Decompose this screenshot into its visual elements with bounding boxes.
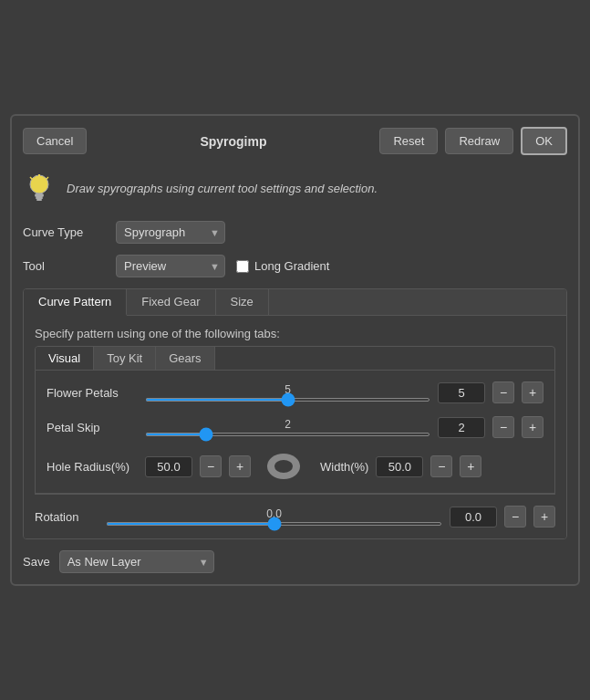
toolbar: Cancel Spyrogimp Reset Redraw OK [23, 127, 567, 155]
flower-petals-decrement[interactable]: − [492, 381, 514, 403]
rotation-slider[interactable] [106, 522, 442, 526]
main-dialog: Cancel Spyrogimp Reset Redraw OK Draw sp… [10, 114, 580, 586]
tool-label: Tool [23, 259, 105, 273]
flower-petals-increment[interactable]: + [522, 381, 543, 403]
curve-type-select[interactable]: Spyrograph Epitrochoid Sine Lissajous [116, 221, 225, 244]
save-select-wrap: As New Layer In Place (Flatten) New Imag… [59, 550, 214, 573]
rotation-slider-wrap: 0.0 [106, 507, 442, 526]
curve-type-row: Curve Type Spyrograph Epitrochoid Sine L… [23, 221, 567, 244]
petal-skip-slider[interactable] [145, 433, 430, 436]
width-increment[interactable]: + [460, 455, 481, 477]
svg-rect-1 [35, 193, 44, 197]
rotation-section: Rotation 0.0 − + [35, 494, 555, 528]
rotation-increment[interactable]: + [533, 506, 555, 528]
curve-type-label: Curve Type [23, 225, 105, 239]
tab-gears[interactable]: Gears [156, 347, 214, 370]
info-bar: Draw spyrographs using current tool sett… [23, 166, 567, 210]
flower-petals-label: Flower Petals [47, 386, 138, 400]
svg-point-9 [274, 460, 293, 473]
rotation-decrement[interactable]: − [504, 506, 526, 528]
svg-line-6 [47, 177, 49, 180]
hole-radius-input[interactable] [145, 456, 192, 477]
petal-skip-label: Petal Skip [47, 421, 138, 434]
width-decrement[interactable]: − [430, 455, 452, 477]
petal-skip-input[interactable] [438, 417, 485, 438]
tab-fixed-gear[interactable]: Fixed Gear [127, 289, 215, 315]
specify-text: Specify pattern using one of the followi… [35, 327, 555, 340]
hole-radius-decrement[interactable]: − [200, 455, 222, 477]
tab-visual[interactable]: Visual [36, 347, 94, 370]
long-gradient-label: Long Gradient [254, 259, 329, 273]
hole-radius-increment[interactable]: + [229, 455, 251, 477]
petal-skip-row: Petal Skip 2 − + [47, 416, 543, 438]
save-row: Save As New Layer In Place (Flatten) New… [23, 550, 567, 573]
svg-rect-2 [36, 197, 43, 199]
inner-tab-content: Flower Petals 5 − + Petal Skip 2 [35, 371, 555, 494]
hole-preview [264, 451, 304, 482]
flower-petals-row: Flower Petals 5 − + [47, 381, 543, 403]
bulb-icon [23, 170, 56, 206]
svg-line-5 [30, 177, 33, 180]
reset-button[interactable]: Reset [379, 128, 438, 154]
tool-select[interactable]: Preview Paint Pencil [116, 255, 225, 277]
long-gradient-row: Long Gradient [236, 259, 329, 273]
hole-radius-row: Hole Radius(%) − + [47, 451, 543, 482]
outer-tab-panel: Curve Pattern Fixed Gear Size Specify pa… [23, 288, 567, 539]
outer-tab-content: Specify pattern using one of the followi… [24, 316, 566, 538]
redraw-button[interactable]: Redraw [445, 128, 513, 154]
tab-curve-pattern[interactable]: Curve Pattern [24, 289, 127, 316]
tool-select-wrap: Preview Paint Pencil ▼ [116, 255, 225, 277]
rotation-input[interactable] [450, 507, 497, 528]
width-input[interactable] [376, 456, 423, 477]
cancel-button[interactable]: Cancel [23, 128, 87, 154]
petal-skip-increment[interactable]: + [522, 416, 543, 438]
rotation-label: Rotation [35, 510, 98, 524]
dialog-title: Spyrogimp [94, 134, 372, 149]
outer-tab-bar: Curve Pattern Fixed Gear Size [24, 289, 566, 316]
info-text: Draw spyrographs using current tool sett… [67, 182, 378, 195]
tool-row: Tool Preview Paint Pencil ▼ Long Gradien… [23, 255, 567, 277]
long-gradient-checkbox[interactable] [236, 260, 249, 273]
petal-skip-decrement[interactable]: − [492, 416, 514, 438]
rotation-row: Rotation 0.0 − + [35, 506, 555, 528]
flower-petals-input[interactable] [438, 382, 485, 403]
flower-petals-slider[interactable] [145, 398, 430, 402]
curve-type-select-wrap: Spyrograph Epitrochoid Sine Lissajous ▼ [116, 221, 225, 244]
petal-skip-slider-wrap: 2 [145, 418, 430, 436]
tab-toy-kit[interactable]: Toy Kit [94, 347, 156, 370]
svg-point-0 [30, 175, 48, 193]
save-label: Save [23, 555, 50, 569]
save-select[interactable]: As New Layer In Place (Flatten) New Imag… [59, 550, 214, 573]
hole-radius-label: Hole Radius(%) [47, 460, 138, 474]
width-label: Width(%) [320, 460, 368, 474]
flower-petals-slider-wrap: 5 [145, 383, 430, 402]
ok-button[interactable]: OK [521, 127, 567, 155]
svg-rect-3 [36, 199, 42, 201]
inner-tab-bar: Visual Toy Kit Gears [35, 346, 555, 371]
tab-size[interactable]: Size [216, 289, 269, 315]
